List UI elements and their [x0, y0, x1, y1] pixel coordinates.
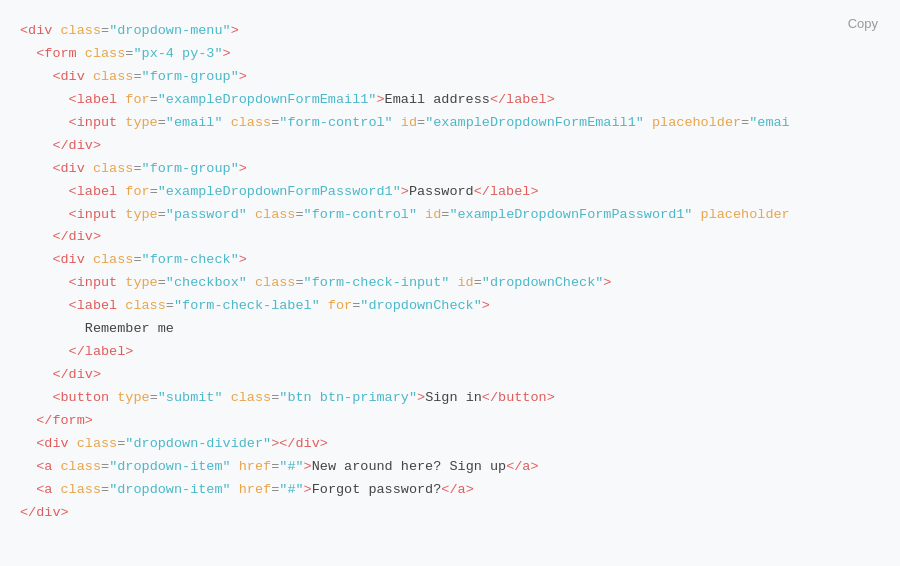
copy-button[interactable]: Copy	[840, 12, 886, 35]
code-line: <input type="email" class="form-control"…	[20, 112, 870, 135]
code-line: </label>	[20, 341, 870, 364]
code-line: <div class="form-group">	[20, 158, 870, 181]
code-line: <form class="px-4 py-3">	[20, 43, 870, 66]
code-line: <div class="form-check">	[20, 249, 870, 272]
code-line: <button type="submit" class="btn btn-pri…	[20, 387, 870, 410]
code-line: <div class="dropdown-menu">	[20, 20, 870, 43]
code-block: <div class="dropdown-menu"> <form class=…	[20, 20, 870, 525]
code-line: <a class="dropdown-item" href="#">New ar…	[20, 456, 870, 479]
code-line: <label for="exampleDropdownFormEmail1">E…	[20, 89, 870, 112]
code-container: Copy <div class="dropdown-menu"> <form c…	[0, 0, 900, 566]
code-line: </form>	[20, 410, 870, 433]
code-line: Remember me	[20, 318, 870, 341]
code-line: <div class="dropdown-divider"></div>	[20, 433, 870, 456]
code-line: </div>	[20, 135, 870, 158]
code-line: <a class="dropdown-item" href="#">Forgot…	[20, 479, 870, 502]
code-line: </div>	[20, 364, 870, 387]
code-line: <label for="exampleDropdownFormPassword1…	[20, 181, 870, 204]
code-line: <div class="form-group">	[20, 66, 870, 89]
code-line: </div>	[20, 226, 870, 249]
code-line: <label class="form-check-label" for="dro…	[20, 295, 870, 318]
code-line: <input type="checkbox" class="form-check…	[20, 272, 870, 295]
code-line: <input type="password" class="form-contr…	[20, 204, 870, 227]
code-line: </div>	[20, 502, 870, 525]
